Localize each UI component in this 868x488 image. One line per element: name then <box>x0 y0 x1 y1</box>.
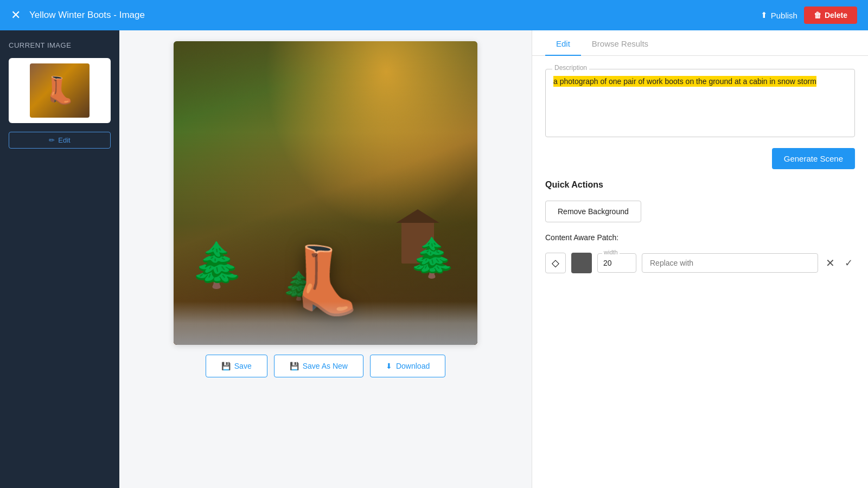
center-panel: 🌲 🌲 🌲 👢 💾 Save 💾 Save As New ⬇ Download <box>119 30 532 488</box>
tabs: Edit Browse Results <box>532 30 868 56</box>
download-label: Download <box>396 362 430 370</box>
delete-button[interactable]: 🗑 Delete <box>804 7 857 24</box>
sidebar-image-thumbnail <box>9 58 111 123</box>
sidebar-edit-button[interactable]: ✏ Edit <box>9 132 111 149</box>
main-layout: Current Image ✏ Edit 🌲 🌲 🌲 👢 💾 Sav <box>0 30 868 488</box>
delete-label: Delete <box>825 11 847 20</box>
right-content: Description a photograph of one pair of … <box>532 56 868 286</box>
boots-image: 🌲 🌲 🌲 👢 <box>174 41 477 345</box>
description-highlighted-text: a photograph of one pair of work boots o… <box>553 76 816 87</box>
patch-controls: ◇ width 20 ✕ ✓ <box>545 253 855 273</box>
close-button[interactable]: ✕ <box>11 9 21 21</box>
patch-cancel-button[interactable]: ✕ <box>824 254 837 272</box>
tree-left-icon: 🌲 <box>190 240 244 291</box>
patch-erase-icon[interactable]: ◇ <box>545 253 566 273</box>
width-label: width <box>602 249 620 255</box>
tree-right-icon: 🌲 <box>409 235 456 280</box>
patch-color-picker[interactable] <box>571 253 592 273</box>
main-image-container: 🌲 🌲 🌲 👢 <box>174 41 477 345</box>
save-as-new-label: Save As New <box>303 362 348 370</box>
width-field[interactable]: width 20 <box>597 253 636 273</box>
edit-icon: ✏ <box>49 136 55 144</box>
delete-icon: 🗑 <box>814 11 821 20</box>
page-title: Yellow Winter Boots - Image <box>29 10 752 21</box>
snow-ground <box>174 301 477 345</box>
content-aware-patch-label: Content Aware Patch: <box>545 233 855 242</box>
sidebar: Current Image ✏ Edit <box>0 30 119 488</box>
sidebar-section-label: Current Image <box>9 41 111 49</box>
publish-label: Publish <box>771 11 797 20</box>
save-button[interactable]: 💾 Save <box>206 355 267 377</box>
save-label: Save <box>234 362 252 370</box>
remove-background-button[interactable]: Remove Background <box>545 201 641 222</box>
save-icon: 💾 <box>221 362 231 370</box>
save-as-new-icon: 💾 <box>290 362 299 370</box>
topbar: ✕ Yellow Winter Boots - Image ⬆ Publish … <box>0 0 868 30</box>
download-button[interactable]: ⬇ Download <box>370 355 445 377</box>
quick-actions-title: Quick Actions <box>545 180 855 190</box>
description-text[interactable]: a photograph of one pair of work boots o… <box>553 76 847 130</box>
replace-with-input[interactable] <box>642 253 818 273</box>
description-label: Description <box>552 64 589 72</box>
download-icon: ⬇ <box>386 362 392 370</box>
publish-button[interactable]: ⬆ Publish <box>761 10 797 20</box>
save-as-new-button[interactable]: 💾 Save As New <box>274 355 363 377</box>
boots-thumbnail <box>30 63 90 118</box>
edit-label: Edit <box>58 136 70 144</box>
generate-scene-button[interactable]: Generate Scene <box>772 148 855 169</box>
tab-browse-results[interactable]: Browse Results <box>581 30 659 56</box>
width-value: 20 <box>603 259 612 267</box>
right-panel: Edit Browse Results Description a photog… <box>532 30 868 488</box>
topbar-actions: ⬆ Publish 🗑 Delete <box>761 7 857 24</box>
publish-icon: ⬆ <box>761 10 768 20</box>
patch-confirm-button[interactable]: ✓ <box>843 255 855 271</box>
tab-edit[interactable]: Edit <box>545 30 581 56</box>
image-actions: 💾 Save 💾 Save As New ⬇ Download <box>206 355 445 377</box>
description-field-group: Description a photograph of one pair of … <box>545 69 855 137</box>
